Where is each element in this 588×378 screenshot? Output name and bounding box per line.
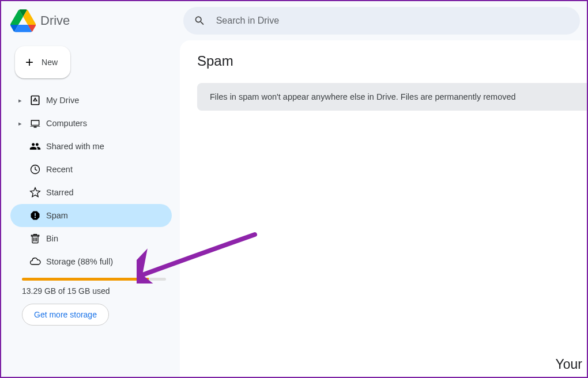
main-content: Spam Files in spam won't appear anywhere… — [180, 40, 587, 377]
cloud-icon — [29, 255, 42, 268]
my-drive-icon — [29, 94, 42, 107]
sidebar-item-recent[interactable]: ▸ Recent — [10, 158, 172, 181]
sidebar-item-label: Computers — [46, 119, 87, 128]
sidebar-item-label: My Drive — [46, 96, 79, 105]
bin-icon — [29, 232, 42, 245]
search-input[interactable] — [216, 16, 570, 26]
plus-icon: + — [25, 54, 33, 70]
sidebar-item-computers[interactable]: ▸ Computers — [10, 112, 172, 135]
sidebar-item-label: Recent — [46, 165, 73, 174]
sidebar-nav: ▸ My Drive ▸ Computers ▸ Shared — [12, 89, 172, 273]
get-more-storage-button[interactable]: Get more storage — [22, 304, 109, 326]
app-name: Drive — [40, 13, 70, 28]
sidebar-item-storage[interactable]: ▸ Storage (88% full) — [10, 250, 172, 273]
sidebar-item-spam[interactable]: ▸ Spam — [10, 204, 172, 227]
sidebar-item-my-drive[interactable]: ▸ My Drive — [10, 89, 172, 112]
starred-icon — [29, 186, 42, 199]
app-logo[interactable]: Drive — [10, 9, 183, 32]
caret-icon: ▸ — [16, 120, 24, 127]
spam-icon — [29, 209, 42, 222]
page-title: Spam — [197, 53, 587, 69]
recent-icon — [29, 163, 42, 176]
caret-icon: ▸ — [16, 97, 24, 104]
search-bar[interactable] — [183, 7, 580, 35]
storage-progress-bar — [22, 278, 166, 281]
storage-used-text: 13.29 GB of 15 GB used — [22, 286, 166, 296]
sidebar-item-label: Starred — [46, 188, 74, 197]
new-button[interactable]: + New — [15, 46, 70, 78]
sidebar-item-label: Spam — [46, 211, 68, 220]
storage-progress-fill — [22, 278, 149, 281]
sidebar-item-label: Storage (88% full) — [46, 257, 113, 266]
sidebar-item-label: Shared with me — [46, 142, 104, 151]
drive-logo-icon — [10, 9, 36, 32]
sidebar-item-bin[interactable]: ▸ Bin — [10, 227, 172, 250]
sidebar: + New ▸ My Drive ▸ Computers — [1, 40, 180, 377]
search-icon — [194, 14, 206, 27]
computers-icon — [29, 117, 42, 130]
info-banner: Files in spam won't appear anywhere else… — [197, 83, 588, 111]
sidebar-item-starred[interactable]: ▸ Starred — [10, 181, 172, 204]
storage-section: 13.29 GB of 15 GB used Get more storage — [12, 273, 172, 326]
corner-text: Your — [556, 357, 582, 372]
new-button-label: New — [42, 58, 58, 67]
sidebar-item-label: Bin — [46, 234, 58, 243]
shared-icon — [29, 140, 42, 153]
sidebar-item-shared[interactable]: ▸ Shared with me — [10, 135, 172, 158]
app-header: Drive — [1, 1, 587, 40]
